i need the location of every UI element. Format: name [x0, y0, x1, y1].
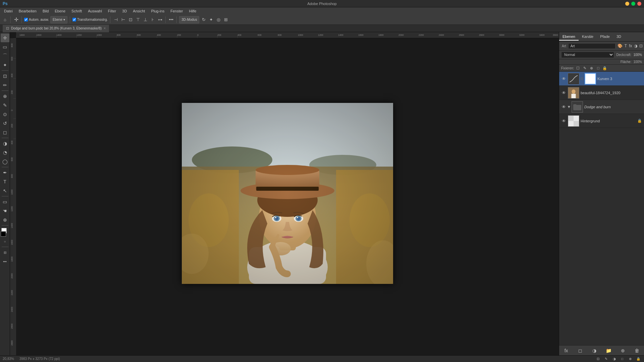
lasso-tool[interactable]: ⌒: [1, 52, 9, 60]
status-icon-6[interactable]: 🔒: [635, 356, 641, 362]
fixate-transparent-icon[interactable]: ☐: [575, 65, 581, 71]
layer-item-group[interactable]: 👁 ▶ Dodge and burn: [559, 100, 644, 114]
layer-mask-thumb-kurven3[interactable]: [585, 73, 596, 84]
spot-heal-tool[interactable]: ⊕: [1, 92, 9, 101]
layer-filter-name-icon[interactable]: T: [625, 43, 627, 49]
align-right-icon[interactable]: ⊡: [127, 17, 133, 23]
menu-3d[interactable]: 3D: [119, 8, 129, 14]
crop-tool[interactable]: ⊡: [1, 72, 9, 80]
minimize-button[interactable]: ─: [625, 2, 629, 6]
layer-item-photo[interactable]: 👁 beautiful-1844724_1920: [559, 86, 644, 100]
menu-fenster[interactable]: Fenster: [168, 8, 185, 14]
menu-hilfe[interactable]: Hilfe: [186, 8, 199, 14]
align-middle-icon[interactable]: ⊥: [142, 17, 148, 23]
fill-label-text: Fläche:: [621, 60, 632, 64]
document-tab-close[interactable]: ×: [104, 26, 106, 30]
pen-tool[interactable]: ✒: [1, 168, 9, 177]
tab-3d[interactable]: 3D: [613, 33, 625, 41]
dodge-tool[interactable]: ◯: [1, 157, 9, 166]
tab-pfade[interactable]: Pfade: [597, 33, 613, 41]
layer-group-button[interactable]: 📁: [605, 347, 612, 354]
fixate-position-icon[interactable]: □: [595, 65, 601, 71]
zoom-tool[interactable]: ⊕: [1, 216, 9, 224]
menu-filter[interactable]: Filter: [105, 8, 119, 14]
menu-ebene[interactable]: Ebene: [52, 8, 68, 14]
align-bottom-icon[interactable]: ⊦: [150, 17, 156, 23]
3d-orbit-icon[interactable]: ◎: [215, 17, 221, 23]
type-tool[interactable]: T: [1, 177, 9, 186]
layer-adjustment-button[interactable]: ◑: [591, 347, 598, 354]
history-brush-tool[interactable]: ↺: [1, 119, 9, 128]
menu-bild[interactable]: Bild: [40, 8, 51, 14]
layer-mask-button[interactable]: ◻: [577, 347, 584, 354]
move-tool[interactable]: ✛: [1, 34, 9, 42]
blur-tool[interactable]: ◔: [1, 148, 9, 157]
status-icon-1[interactable]: ⊡: [595, 356, 601, 362]
align-top-icon[interactable]: ⊤: [135, 17, 141, 23]
3d-rotate-icon[interactable]: ↻: [201, 17, 207, 23]
more-options-icon[interactable]: •••: [168, 17, 174, 23]
eraser-tool[interactable]: ◻: [1, 128, 9, 137]
layer-filter-attr-icon[interactable]: ⊡: [639, 43, 643, 49]
restore-button[interactable]: □: [631, 2, 635, 6]
layer-delete-button[interactable]: 🗑: [633, 347, 641, 354]
hand-tool[interactable]: ☚: [1, 206, 9, 215]
layer-vis-kurven3[interactable]: 👁: [561, 76, 567, 81]
menu-datei[interactable]: Datei: [1, 8, 15, 14]
path-select-tool[interactable]: ↖: [1, 186, 9, 195]
select-tool[interactable]: ▭: [1, 43, 9, 51]
extra-tools[interactable]: •••: [1, 257, 9, 266]
group-expand-arrow[interactable]: ▶: [568, 106, 571, 108]
brush-tool[interactable]: ✎: [1, 101, 9, 110]
menu-schrift[interactable]: Schrift: [69, 8, 85, 14]
quick-mask-tool[interactable]: ○: [1, 237, 9, 246]
screen-mode-tool[interactable]: ⊟: [1, 248, 9, 257]
layer-filter-kind-icon[interactable]: 🎨: [618, 43, 623, 49]
ebene-dropdown[interactable]: Ebene ▾: [50, 16, 67, 23]
layer-vis-hintergrund[interactable]: 👁: [561, 118, 567, 124]
layer-filter-effect-icon[interactable]: fx: [629, 43, 632, 49]
magic-wand-tool[interactable]: ✦: [1, 61, 9, 69]
tab-ebenen[interactable]: Ebenen: [559, 33, 579, 41]
menu-plugins[interactable]: Plug-ins: [148, 8, 167, 14]
shape-tool[interactable]: ▭: [1, 197, 9, 206]
blend-mode-select[interactable]: Normal: [561, 52, 614, 58]
fixate-all-icon[interactable]: 🔒: [602, 65, 607, 71]
layer-item-kurven3[interactable]: 👁 ⛓ Kurven 3: [559, 72, 644, 86]
align-left-icon[interactable]: ⊣: [113, 17, 119, 23]
align-center-h-icon[interactable]: ⊢: [120, 17, 126, 23]
gradient-tool[interactable]: ◑: [1, 139, 9, 148]
document-tab[interactable]: ⊡ Dodge and burn.psdc bei 20,8% (Kurven …: [3, 25, 109, 32]
layer-vis-group[interactable]: 👁: [561, 104, 567, 110]
status-icon-4[interactable]: □: [619, 356, 625, 362]
menu-ansicht[interactable]: Ansicht: [130, 8, 148, 14]
status-icon-3[interactable]: ◑: [611, 356, 617, 362]
menu-bearbeiten[interactable]: Bearbeiten: [16, 8, 39, 14]
3d-mode-button[interactable]: 3D-Modus: [179, 16, 199, 23]
layer-styles-button[interactable]: fx: [562, 347, 570, 354]
layer-filter-mode-icon[interactable]: ◑: [634, 43, 637, 49]
foreground-color-swatch[interactable]: [1, 231, 6, 237]
3d-pan-icon[interactable]: ✦: [208, 17, 214, 23]
home-icon[interactable]: ⌂: [2, 17, 8, 23]
status-icon-5[interactable]: ⊕: [627, 356, 633, 362]
status-icon-2[interactable]: ✎: [603, 356, 609, 362]
transform-checkbox[interactable]: [72, 18, 76, 21]
transform-label: Transformationsstrg.: [72, 18, 108, 21]
auto-select-checkbox[interactable]: [24, 18, 28, 21]
eyedropper-tool[interactable]: ✏: [1, 81, 9, 89]
layer-vis-photo[interactable]: 👁: [561, 90, 567, 96]
svg-text:1600: 1600: [11, 240, 13, 245]
fixate-artboard-icon[interactable]: ⊕: [589, 65, 594, 71]
move-tool-icon[interactable]: ✛: [13, 17, 19, 23]
distribute-icon[interactable]: ⊶: [157, 17, 163, 23]
close-button[interactable]: ×: [637, 2, 641, 6]
fixate-paint-icon[interactable]: ✎: [582, 65, 587, 71]
3d-scale-icon[interactable]: ⊞: [223, 17, 229, 23]
tab-kanaele[interactable]: Kanäle: [579, 33, 597, 41]
menu-auswahl[interactable]: Auswahl: [85, 8, 105, 14]
layer-item-hintergrund[interactable]: 👁 Hintergrund 🔒: [559, 114, 644, 128]
layers-search-input[interactable]: [568, 43, 615, 49]
layer-new-button[interactable]: ⊕: [619, 347, 627, 354]
clone-tool[interactable]: ⊙: [1, 110, 9, 119]
